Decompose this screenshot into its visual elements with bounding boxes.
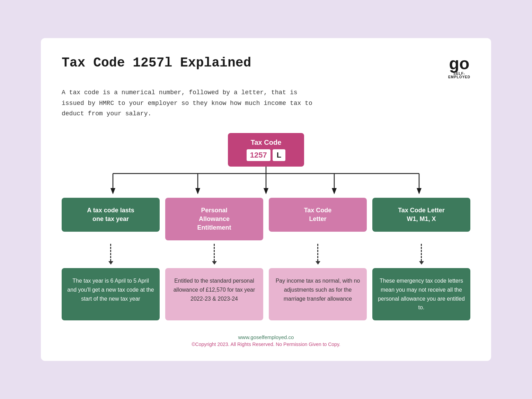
header-row: Tax Code 1257l Explained go SELF-EMPLOYE… [62, 55, 470, 79]
dashed-line-1 [110, 244, 111, 261]
bot-box-emergency-tax: These emergency tax code letters mean yo… [372, 268, 470, 320]
bot-box-tax-year: The tax year is 6 April to 5 April and y… [62, 268, 160, 320]
svg-marker-6 [110, 188, 115, 194]
dashed-connector-3 [269, 240, 367, 268]
mid-box-tax-code-letter-w1-text: Tax Code LetterW1, M1, X [398, 207, 445, 222]
bot-box-tax-code-letter: Pay income tax as normal, with no adjust… [269, 268, 367, 320]
diagram: Tax Code 1257 L A tax cod [62, 133, 470, 320]
logo-area: go SELF-EMPLOYED [448, 55, 470, 79]
tax-code-value: 1257 L [242, 149, 290, 161]
code-number: 1257 [247, 149, 271, 161]
dashed-connector-1 [62, 240, 160, 268]
description: A tax code is a numerical number, follow… [62, 87, 321, 119]
bot-box-personal-allowance-text: Entitled to the standard personal allowa… [174, 278, 255, 301]
page-title: Tax Code 1257l Explained [62, 55, 251, 70]
mid-box-tax-year-text: A tax code lastsone tax year [87, 207, 134, 222]
code-letter: L [273, 149, 285, 161]
mid-box-personal-allowance: PersonalAllowanceEntitlement [165, 198, 263, 241]
mid-box-personal-allowance-text: PersonalAllowanceEntitlement [197, 207, 231, 231]
dashed-arrow-3 [316, 261, 320, 265]
middle-row: A tax code lastsone tax year PersonalAll… [62, 198, 470, 241]
mid-box-tax-code-letter-w1: Tax Code LetterW1, M1, X [372, 198, 470, 232]
dashed-arrow-4 [419, 261, 424, 265]
mid-box-tax-year: A tax code lastsone tax year [62, 198, 160, 232]
mid-box-tax-code-letter: Tax CodeLetter [269, 198, 367, 232]
svg-marker-9 [332, 188, 337, 194]
dashed-line-2 [214, 244, 215, 261]
footer-copyright: ©Copyright 2023. All Rights Reserved. No… [62, 342, 470, 347]
dashed-line-4 [421, 244, 422, 261]
footer-website: www.goselfemployed.co [62, 334, 470, 340]
svg-marker-7 [195, 188, 200, 194]
branch-arrows-svg [62, 167, 470, 198]
dashed-row [62, 240, 470, 268]
dashed-connector-2 [165, 240, 263, 268]
page-wrapper: Tax Code 1257l Explained go SELF-EMPLOYE… [41, 38, 491, 361]
tax-code-box: Tax Code 1257 L [228, 133, 304, 167]
bot-box-tax-code-letter-text: Pay income tax as normal, with no adjust… [276, 278, 360, 301]
tax-code-label: Tax Code [242, 139, 290, 147]
dashed-connector-4 [372, 240, 470, 268]
bot-box-emergency-tax-text: These emergency tax code letters mean yo… [378, 278, 465, 310]
logo-sub: SELF-EMPLOYED [448, 72, 470, 79]
footer: www.goselfemployed.co ©Copyright 2023. A… [62, 334, 470, 347]
svg-marker-8 [264, 188, 268, 194]
dashed-line-3 [317, 244, 318, 261]
mid-box-tax-code-letter-text: Tax CodeLetter [304, 207, 332, 222]
svg-marker-10 [417, 188, 422, 194]
dashed-arrow-1 [108, 261, 113, 265]
logo-go: go [449, 55, 470, 72]
bot-box-tax-year-text: The tax year is 6 April to 5 April and y… [67, 278, 154, 301]
bottom-row: The tax year is 6 April to 5 April and y… [62, 268, 470, 320]
bot-box-personal-allowance: Entitled to the standard personal allowa… [165, 268, 263, 320]
dashed-arrow-2 [212, 261, 217, 265]
